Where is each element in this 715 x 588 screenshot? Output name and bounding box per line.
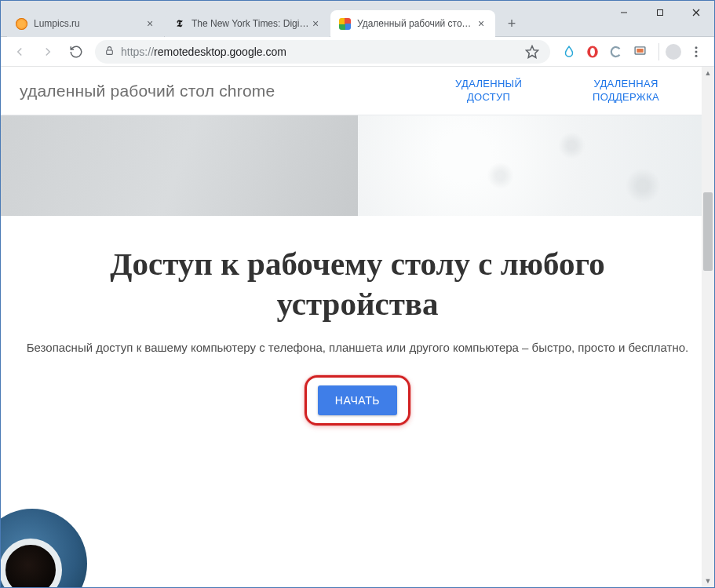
star-icon[interactable]: [523, 43, 541, 60]
back-button[interactable]: [7, 39, 32, 64]
profile-avatar[interactable]: [666, 44, 681, 60]
minimize-button[interactable]: [606, 1, 642, 24]
svg-marker-5: [527, 46, 538, 57]
favicon-remotedesktop-icon: [338, 17, 351, 30]
scroll-down-icon[interactable]: ▼: [702, 575, 714, 587]
tab-lumpics[interactable]: Lumpics.ru ×: [7, 10, 164, 37]
extension-droplet-icon[interactable]: [561, 44, 577, 60]
hero-image-left: [1, 115, 358, 216]
hero-banner: [1, 115, 714, 216]
close-icon[interactable]: ×: [309, 17, 322, 30]
svg-rect-4: [107, 49, 113, 53]
tab-nyt[interactable]: 𝕿 The New York Times: Digital ×: [165, 10, 330, 37]
maximize-button[interactable]: [642, 1, 678, 24]
extensions-area: [556, 44, 652, 60]
nav-remote-access[interactable]: УДАЛЕННЫЙДОСТУП: [455, 78, 522, 104]
tab-title: Удаленный рабочий стол C: [357, 18, 475, 29]
url-text: https://remotedesktop.google.com: [121, 46, 286, 58]
scrollbar-thumb[interactable]: [703, 192, 713, 271]
svg-rect-9: [637, 49, 644, 53]
hero-headline: Доступ к рабочему столу с любого устройс…: [36, 244, 680, 325]
toolbar: https://remotedesktop.google.com: [1, 37, 714, 67]
hero-image-right: [358, 115, 715, 216]
new-tab-button[interactable]: +: [501, 13, 523, 35]
hero-section: Доступ к рабочему столу с любого устройс…: [1, 216, 714, 425]
start-button[interactable]: НАЧАТЬ: [318, 385, 397, 415]
nav-remote-support[interactable]: УДАЛЕННАЯПОДДЕРЖКА: [593, 78, 659, 104]
favicon-nyt-icon: 𝕿: [173, 17, 185, 30]
tab-title: Lumpics.ru: [34, 18, 144, 29]
menu-button[interactable]: [684, 39, 708, 64]
svg-point-11: [695, 50, 698, 53]
extension-monitor-icon[interactable]: [632, 44, 648, 60]
highlight-annotation: НАЧАТЬ: [305, 375, 410, 425]
brand-title: удаленный рабочий стол chrome: [1, 82, 455, 100]
svg-point-7: [590, 47, 595, 56]
separator: [658, 43, 659, 60]
site-header: удаленный рабочий стол chrome УДАЛЕННЫЙД…: [1, 67, 714, 115]
vertical-scrollbar[interactable]: ▲ ▼: [702, 67, 714, 587]
address-bar[interactable]: https://remotedesktop.google.com: [95, 40, 550, 64]
close-icon[interactable]: ×: [144, 17, 156, 30]
tab-remote-desktop[interactable]: Удаленный рабочий стол C ×: [330, 10, 495, 37]
page-viewport: удаленный рабочий стол chrome УДАЛЕННЫЙД…: [1, 67, 714, 587]
window-controls: [606, 1, 714, 24]
extension-opera-icon[interactable]: [585, 44, 600, 60]
lock-icon: [104, 46, 115, 58]
reload-button[interactable]: [64, 39, 89, 64]
favicon-lumpics-icon: [15, 17, 27, 30]
extension-c-icon[interactable]: [608, 44, 624, 60]
svg-point-12: [695, 54, 698, 57]
window-titlebar: Lumpics.ru × 𝕿 The New York Times: Digit…: [1, 1, 714, 37]
hero-subtext: Безопасный доступ к вашему компьютеру с …: [20, 339, 695, 357]
close-window-button[interactable]: [678, 1, 714, 24]
tab-strip: Lumpics.ru × 𝕿 The New York Times: Digit…: [1, 1, 606, 37]
svg-point-10: [695, 46, 698, 49]
header-nav: УДАЛЕННЫЙДОСТУП УДАЛЕННАЯПОДДЕРЖКА: [455, 78, 714, 104]
forward-button[interactable]: [35, 39, 60, 64]
decorative-coffee-cup: [1, 501, 95, 587]
svg-rect-1: [658, 10, 663, 16]
scroll-up-icon[interactable]: ▲: [702, 67, 714, 79]
tab-title: The New York Times: Digital: [192, 18, 309, 29]
close-icon[interactable]: ×: [475, 17, 487, 30]
